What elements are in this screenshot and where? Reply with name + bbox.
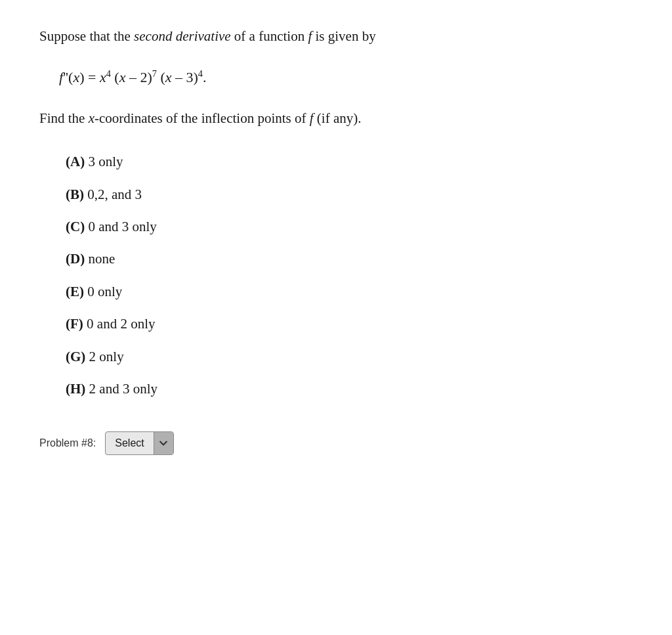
option-b-label: (B)	[66, 186, 84, 202]
select-display[interactable]: Select	[106, 435, 153, 452]
option-d[interactable]: (D) none	[66, 250, 633, 269]
select-arrow-button[interactable]	[154, 431, 173, 455]
option-f-text: 0 and 2 only	[87, 316, 155, 332]
option-h-text: 2 and 3 only	[89, 381, 158, 397]
option-h-label: (H)	[66, 381, 85, 397]
option-e-label: (E)	[66, 284, 84, 299]
option-b-text: 0,2, and 3	[87, 186, 142, 202]
formula-block: f''(x) = x4 (x – 2)7 (x – 3)4.	[59, 66, 633, 89]
page-container: Suppose that the second derivative of a …	[39, 26, 633, 455]
option-a[interactable]: (A) 3 only	[66, 152, 633, 171]
problem-number: Problem #8:	[39, 437, 96, 449]
option-e-text: 0 only	[87, 284, 122, 299]
options-list: (A) 3 only (B) 0,2, and 3 (C) 0 and 3 on…	[66, 152, 633, 399]
option-b[interactable]: (B) 0,2, and 3	[66, 185, 633, 204]
option-a-label: (A)	[66, 154, 85, 169]
option-g-label: (G)	[66, 349, 85, 364]
formula-display: f''(x) = x4 (x – 2)7 (x – 3)4.	[59, 66, 206, 89]
select-dropdown-wrapper[interactable]: Select	[105, 431, 173, 455]
option-c-label: (C)	[66, 219, 85, 234]
function-var: f	[308, 28, 312, 44]
option-d-text: none	[88, 251, 115, 267]
option-a-text: 3 only	[88, 154, 123, 169]
italic-second-derivative: second derivative	[134, 28, 231, 44]
question-text: Find the x-coordinates of the inflection…	[39, 108, 633, 129]
chevron-down-icon	[159, 439, 167, 447]
option-g-text: 2 only	[89, 349, 124, 364]
option-h[interactable]: (H) 2 and 3 only	[66, 380, 633, 399]
option-d-label: (D)	[66, 251, 85, 267]
option-f-label: (F)	[66, 316, 83, 332]
option-c[interactable]: (C) 0 and 3 only	[66, 217, 633, 236]
intro-paragraph: Suppose that the second derivative of a …	[39, 26, 633, 47]
option-e[interactable]: (E) 0 only	[66, 282, 633, 301]
problem-footer: Problem #8: Select	[39, 431, 633, 455]
option-g[interactable]: (G) 2 only	[66, 347, 633, 366]
option-f[interactable]: (F) 0 and 2 only	[66, 315, 633, 334]
option-c-text: 0 and 3 only	[88, 219, 156, 234]
